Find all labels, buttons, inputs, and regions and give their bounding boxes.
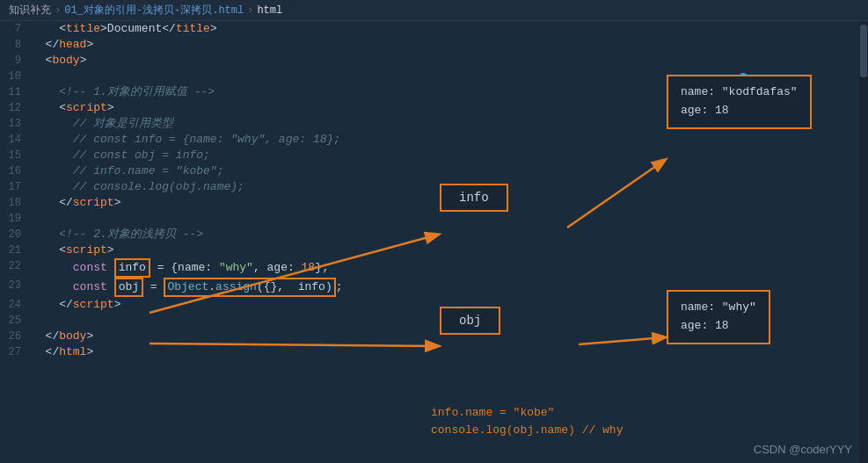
code-line-22: 22 const info = {name: "why", age: 18}; <box>0 258 859 278</box>
scrollbar[interactable] <box>859 21 868 463</box>
bottom-annotation: info.name = "kobe" console.log(obj.name)… <box>431 404 623 438</box>
code-line-9: 9 <body> <box>0 53 859 69</box>
code-line-14: 14 // const info = {name: "why", age: 18… <box>0 132 859 148</box>
code-line-18: 18 </script> <box>0 195 859 211</box>
bc-item-1: 知识补充 <box>9 3 51 18</box>
bottom-line1: info.name = "kobe" <box>431 404 623 422</box>
scrollbar-thumb[interactable] <box>860 25 867 77</box>
bc-item-2[interactable]: 01_对象的引用-浅拷贝-深拷贝.html <box>64 3 244 18</box>
code-line-8: 8 </head> <box>0 37 859 53</box>
info-label-text: info <box>459 191 489 205</box>
watermark: CSDN @coderYYY <box>754 443 852 456</box>
obj-label-text: obj <box>459 314 481 328</box>
code-line-20: 20 <!-- 2.对象的浅拷贝 --> <box>0 227 859 242</box>
annotation-info-label: info <box>440 184 508 212</box>
annotation-obj-content: name: "why" age: 18 <box>667 290 770 344</box>
code-line-16: 16 // info.name = "kobe"; <box>0 163 859 179</box>
obj-content-line1: name: "why" <box>681 299 756 317</box>
obj-content-line2: age: 18 <box>681 317 756 336</box>
bc-sep-1: › <box>55 4 61 17</box>
annotation-info-content: name: "kodfdafas" age: 18 <box>667 75 812 129</box>
code-line-19: 19 <box>0 211 859 227</box>
bottom-line2: console.log(obj.name) // why <box>431 422 623 439</box>
info-content-line1: name: "kodfdafas" <box>681 83 798 102</box>
breadcrumb: 知识补充 › 01_对象的引用-浅拷贝-深拷贝.html › html <box>0 0 868 21</box>
bc-sep-2: › <box>247 4 253 17</box>
bc-item-3: html <box>257 4 282 17</box>
code-line-27: 27 </html> <box>0 344 859 360</box>
code-line-17: 17 // console.log(obj.name); <box>0 179 859 195</box>
code-line-15: 15 // const obj = info; <box>0 148 859 163</box>
annotation-obj-label: obj <box>440 307 500 335</box>
info-content-line2: age: 18 <box>681 102 798 120</box>
code-line-7: 7 <title>Document</title> <box>0 21 859 37</box>
code-line-21: 21 <script> <box>0 242 859 258</box>
